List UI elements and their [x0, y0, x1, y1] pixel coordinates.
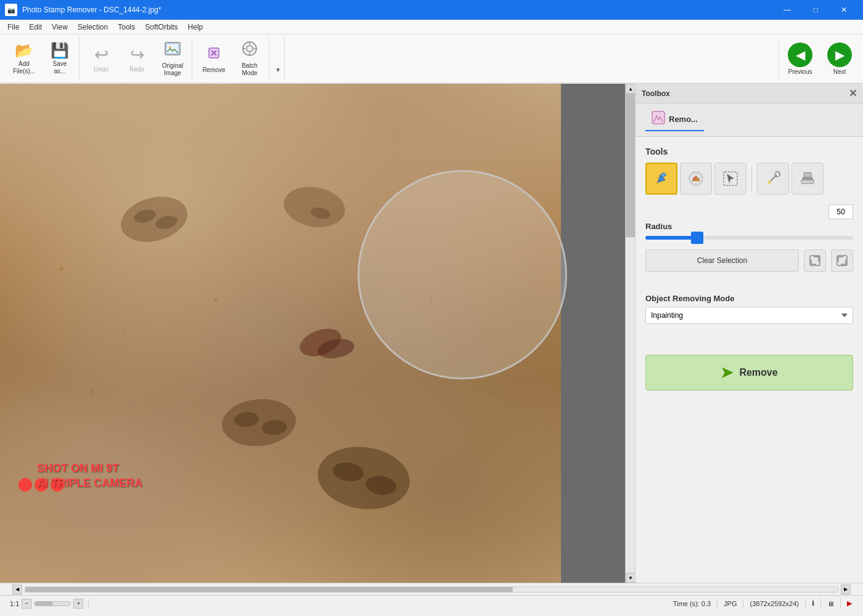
- previous-button[interactable]: ◀ Previous: [782, 39, 819, 78]
- toolbar: 📂 AddFile(s)... 💾 Saveas... ↩ Undo ↪ Red…: [0, 34, 863, 84]
- zoom-controls: − +: [22, 599, 83, 609]
- zoom-display: 1:1 − +: [5, 599, 89, 609]
- youtube-button[interactable]: ▶: [841, 598, 858, 609]
- radius-section: Radius: [645, 222, 853, 240]
- menu-edit[interactable]: Edit: [24, 22, 47, 33]
- radius-value-display: 50: [828, 205, 853, 219]
- expand-selection-button[interactable]: [804, 249, 826, 272]
- zoom-slider[interactable]: [34, 601, 71, 606]
- eraser-tool-button[interactable]: [680, 163, 712, 195]
- svg-line-41: [779, 171, 780, 172]
- zoom-in-button[interactable]: +: [73, 599, 83, 609]
- vscroll-down-button[interactable]: ▼: [626, 573, 636, 583]
- svg-point-13: [133, 208, 157, 225]
- menu-file[interactable]: File: [2, 22, 24, 33]
- svg-point-38: [775, 172, 780, 177]
- remove-action-button[interactable]: ➤ Remove: [645, 355, 853, 391]
- radius-slider-thumb[interactable]: [691, 232, 703, 244]
- svg-point-16: [310, 206, 332, 220]
- batch-mode-icon: [241, 40, 258, 61]
- radius-slider-row: [645, 236, 853, 240]
- magic-wand-tool-button[interactable]: [757, 163, 789, 195]
- toolbar-group-dropdown: ▼: [272, 37, 285, 80]
- canvas-area[interactable]: SHOT ON MI 9T AI TRIPLE CAMERA: [0, 84, 635, 583]
- maximize-button[interactable]: □: [801, 0, 830, 20]
- remove-icon: [205, 44, 223, 65]
- add-files-label: AddFile(s)...: [13, 60, 35, 75]
- tools-separator: [751, 166, 752, 191]
- titlebar: 📷 Photo Stamp Remover - DSC_1444-2.jpg* …: [0, 0, 863, 20]
- next-button[interactable]: ▶ Next: [821, 39, 858, 78]
- hscroll-right-button[interactable]: ▶: [841, 585, 851, 594]
- toolbar-dropdown-arrow[interactable]: ▼: [273, 65, 283, 75]
- next-icon: ▶: [827, 43, 852, 67]
- save-as-label: Saveas...: [53, 60, 67, 75]
- batch-mode-button[interactable]: BatchMode: [233, 39, 266, 78]
- mode-select[interactable]: Inpainting Content-Aware Fill Smearing: [645, 307, 853, 324]
- save-as-button[interactable]: 💾 Saveas...: [43, 39, 76, 78]
- svg-point-14: [154, 214, 179, 232]
- menu-help[interactable]: Help: [183, 22, 208, 33]
- selection-buttons-row: Clear Selection: [645, 249, 853, 272]
- main-area: SHOT ON MI 9T AI TRIPLE CAMERA ▲ ▼ Toolb…: [0, 84, 863, 583]
- toolbox-close-button[interactable]: ✕: [849, 87, 857, 99]
- toolbox-title: Toolbox: [642, 89, 670, 98]
- horizontal-scrollbar[interactable]: ◀ ▶: [0, 583, 863, 595]
- mode-label: Object Removing Mode: [645, 294, 853, 303]
- hscroll-left-button[interactable]: ◀: [12, 585, 22, 594]
- remove-button[interactable]: Remove: [197, 39, 231, 78]
- redo-icon: ↪: [130, 44, 144, 65]
- stamp-tool-button[interactable]: [791, 163, 824, 195]
- undo-button[interactable]: ↩ Undo: [84, 39, 118, 78]
- radius-slider-track[interactable]: [645, 236, 853, 240]
- clear-selection-button[interactable]: Clear Selection: [645, 249, 799, 272]
- vscroll-track[interactable]: [626, 94, 635, 573]
- toolbar-group-file: 📂 AddFile(s)... 💾 Saveas...: [5, 37, 80, 80]
- remove-tab-icon: [652, 111, 665, 128]
- svg-point-17: [220, 396, 298, 449]
- toolbar-group-actions: Remove BatchMode: [195, 37, 269, 80]
- menu-selection[interactable]: Selection: [73, 22, 113, 33]
- previous-icon: ◀: [788, 43, 812, 67]
- close-button[interactable]: ✕: [830, 0, 858, 20]
- selection-tool-button[interactable]: [714, 163, 746, 195]
- svg-point-26: [122, 329, 125, 331]
- menu-view[interactable]: View: [47, 22, 73, 33]
- tools-section-title: Tools: [645, 147, 853, 156]
- svg-point-19: [261, 419, 287, 436]
- shrink-selection-button[interactable]: [831, 249, 853, 272]
- vscroll-thumb[interactable]: [626, 94, 635, 237]
- hscroll-thumb[interactable]: [25, 587, 513, 592]
- magnifier-overlay: [358, 170, 567, 379]
- remove-label: Remove: [202, 67, 225, 73]
- vertical-scrollbar[interactable]: ▲ ▼: [625, 84, 635, 583]
- redo-button[interactable]: ↪ Redo: [120, 39, 153, 78]
- add-files-button[interactable]: 📂 AddFile(s)...: [7, 39, 41, 78]
- svg-point-23: [296, 323, 345, 362]
- remove-tab-label: Remo...: [669, 115, 698, 124]
- svg-point-28: [91, 390, 94, 394]
- monitor-button[interactable]: 🖥: [821, 599, 841, 609]
- zoom-level: 1:1: [10, 600, 19, 607]
- watermark-text: SHOT ON MI 9T AI TRIPLE CAMERA: [37, 461, 142, 490]
- svg-rect-44: [803, 177, 812, 180]
- info-button[interactable]: ℹ: [806, 598, 821, 609]
- dimensions-display: (3872x2592x24): [743, 599, 806, 609]
- menu-tools[interactable]: Tools: [113, 22, 140, 33]
- svg-point-21: [332, 461, 365, 484]
- remove-tab[interactable]: Remo...: [645, 108, 704, 131]
- zoom-out-button[interactable]: −: [22, 599, 31, 609]
- pencil-tool-button[interactable]: [645, 163, 677, 195]
- svg-point-15: [280, 182, 348, 232]
- minimize-button[interactable]: —: [773, 0, 801, 20]
- toolbox-panel: Toolbox ✕ Remo... Tools: [635, 84, 863, 583]
- statusbar: 1:1 − + Time (s): 0.3 JPG (3872x2592x24)…: [0, 595, 863, 611]
- menu-softorbits[interactable]: SoftOrbits: [140, 22, 182, 33]
- svg-point-25: [60, 267, 63, 270]
- vscroll-up-button[interactable]: ▲: [626, 84, 636, 94]
- app-icon: 📷: [5, 4, 17, 16]
- hscroll-track[interactable]: [25, 586, 838, 593]
- previous-label: Previous: [788, 68, 812, 75]
- original-image-icon: [164, 40, 181, 61]
- original-image-button[interactable]: OriginalImage: [156, 39, 189, 78]
